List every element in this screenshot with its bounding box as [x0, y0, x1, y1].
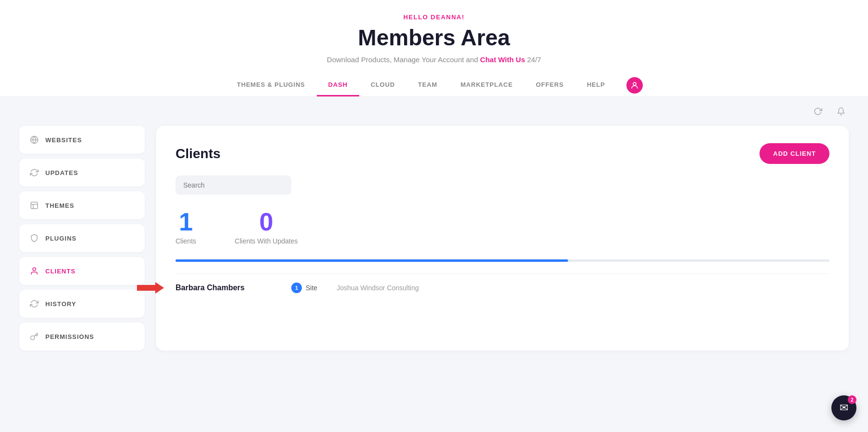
- sidebar-label-updates: UPDATES: [45, 169, 78, 176]
- nav-item-cloud[interactable]: CLOUD: [359, 74, 407, 96]
- svg-point-6: [33, 268, 36, 270]
- clients-label: Clients: [176, 237, 196, 245]
- hello-greeting: HELLO DEANNA!: [10, 14, 858, 21]
- sidebar-item-themes[interactable]: THEMES: [19, 191, 145, 219]
- arrow-right-icon: [137, 281, 164, 295]
- refresh-icon: [814, 107, 822, 116]
- stat-updates: 0 Clients With Updates: [235, 209, 298, 245]
- page-header: HELLO DEANNA! Members Area Download Prod…: [0, 0, 868, 97]
- main-nav: THEMES & PLUGINS DASH CLOUD TEAM MARKETP…: [10, 74, 858, 96]
- sidebar-item-permissions[interactable]: PERMISSIONS: [19, 323, 145, 351]
- sidebar-item-websites[interactable]: WEBSITES: [19, 126, 145, 154]
- sidebar-item-updates[interactable]: UPDATES: [19, 159, 145, 187]
- sidebar-label-websites: WEBSITES: [45, 136, 82, 144]
- progress-bar-fill: [176, 259, 568, 262]
- subtitle-suffix: 24/7: [527, 55, 541, 64]
- svg-marker-7: [137, 282, 164, 294]
- updates-label: Clients With Updates: [235, 237, 298, 245]
- nav-item-dash[interactable]: DASH: [317, 74, 359, 96]
- sidebar-item-plugins[interactable]: PLUGINS: [19, 224, 145, 252]
- user-avatar[interactable]: [626, 77, 643, 94]
- client-name: Barbara Chambers: [176, 284, 272, 292]
- updates-count: 0: [235, 209, 298, 234]
- globe-icon: [29, 135, 40, 145]
- avatar-icon: [630, 81, 639, 90]
- sidebar-item-clients[interactable]: CLIENTS: [19, 257, 145, 285]
- subtitle: Download Products, Manage Your Account a…: [10, 55, 858, 64]
- chat-bubble[interactable]: ✉ 2: [831, 395, 856, 420]
- stats-row: 1 Clients 0 Clients With Updates: [176, 209, 829, 245]
- nav-item-help[interactable]: HELP: [575, 74, 617, 96]
- nav-item-themes-plugins[interactable]: THEMES & PLUGINS: [225, 74, 316, 96]
- nav-item-offers[interactable]: OFFERS: [524, 74, 575, 96]
- nav-item-team[interactable]: TEAM: [407, 74, 449, 96]
- stat-clients: 1 Clients: [176, 209, 196, 245]
- refresh-button[interactable]: [810, 104, 826, 119]
- chat-badge: 2: [848, 395, 856, 404]
- sidebar-label-clients: CLIENTS: [45, 268, 76, 275]
- sidebar-label-plugins: PLUGINS: [45, 235, 77, 242]
- site-count: 1: [291, 283, 302, 293]
- sidebar-label-themes: THEMES: [45, 202, 74, 209]
- client-row[interactable]: Barbara Chambers 1 Site Joshua Windsor C…: [176, 273, 829, 302]
- content-title: Clients: [176, 146, 220, 162]
- svg-point-0: [633, 82, 636, 85]
- site-badge: 1 Site: [291, 283, 317, 293]
- company-name: Joshua Windsor Consulting: [337, 284, 419, 292]
- content-header: Clients ADD CLIENT: [176, 143, 829, 164]
- sidebar-label-permissions: PERMISSIONS: [45, 333, 94, 340]
- sidebar: WEBSITES UPDATES THEMES PLUGINS CLIENTS: [19, 126, 145, 351]
- notifications-button[interactable]: [833, 104, 849, 119]
- clients-count: 1: [176, 209, 196, 234]
- nav-item-marketplace[interactable]: MARKETPLACE: [449, 74, 524, 96]
- chat-with-us-link[interactable]: Chat With Us: [480, 55, 525, 64]
- search-input[interactable]: [176, 176, 291, 195]
- add-client-button[interactable]: ADD CLIENT: [760, 143, 829, 164]
- progress-bar-container: [176, 259, 829, 262]
- subtitle-static: Download Products, Manage Your Account a…: [327, 55, 478, 64]
- key-icon: [29, 331, 40, 342]
- main-layout: WEBSITES UPDATES THEMES PLUGINS CLIENTS: [0, 126, 868, 370]
- arrow-indicator: [137, 281, 164, 295]
- clock-icon: [29, 298, 40, 309]
- refresh-sidebar-icon: [29, 167, 40, 178]
- sidebar-item-history[interactable]: HISTORY: [19, 290, 145, 318]
- page-title: Members Area: [10, 25, 858, 51]
- svg-rect-3: [31, 202, 38, 209]
- site-label: Site: [306, 284, 317, 292]
- layout-icon: [29, 200, 40, 211]
- sidebar-label-history: HISTORY: [45, 300, 76, 308]
- user-sidebar-icon: [29, 266, 40, 276]
- bell-icon: [837, 107, 845, 116]
- shield-icon: [29, 233, 40, 243]
- toolbar: [0, 97, 868, 126]
- main-content: Clients ADD CLIENT 1 Clients 0 Clients W…: [156, 126, 849, 351]
- chat-icon: ✉: [840, 402, 848, 414]
